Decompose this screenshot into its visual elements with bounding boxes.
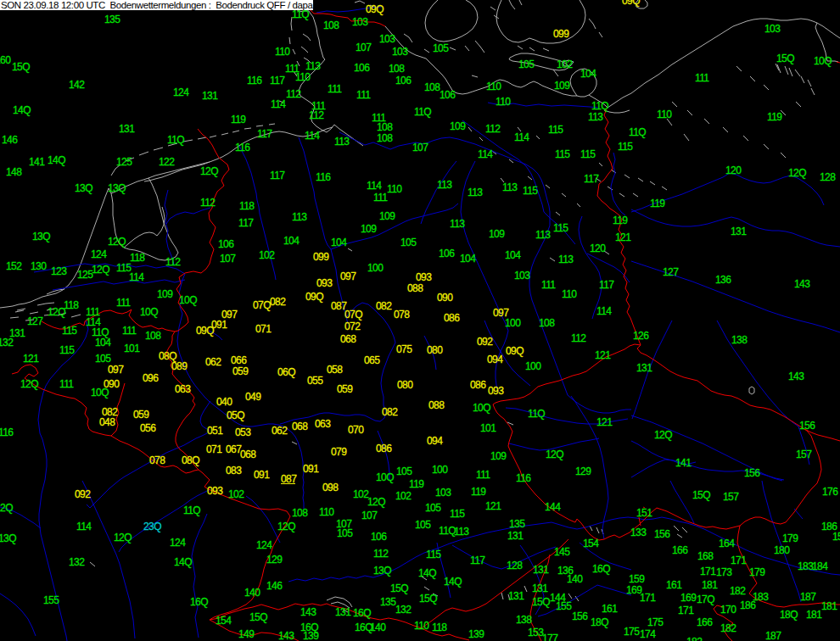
svg-text:175: 175 [624, 626, 640, 638]
svg-text:12Q: 12Q [788, 167, 806, 179]
svg-text:113: 113 [450, 218, 465, 230]
svg-text:101: 101 [124, 343, 140, 354]
svg-text:127: 127 [663, 266, 679, 278]
svg-text:112: 112 [200, 197, 216, 209]
svg-text:124: 124 [170, 537, 186, 549]
svg-text:118: 118 [130, 252, 145, 264]
svg-text:108: 108 [389, 63, 405, 75]
svg-text:156: 156 [572, 610, 588, 622]
svg-text:103: 103 [352, 16, 368, 28]
svg-text:156: 156 [654, 528, 670, 540]
svg-text:148: 148 [6, 166, 22, 178]
svg-text:11Q: 11Q [591, 100, 608, 112]
svg-text:106: 106 [440, 89, 456, 101]
svg-text:05Q: 05Q [227, 410, 244, 421]
svg-text:110: 110 [275, 46, 290, 58]
svg-text:108: 108 [377, 121, 393, 133]
svg-text:143: 143 [300, 606, 316, 618]
svg-text:105: 105 [95, 353, 111, 365]
svg-text:114: 114 [305, 130, 320, 142]
svg-text:124: 124 [256, 539, 272, 551]
svg-text:090: 090 [437, 292, 453, 304]
svg-text:103: 103 [514, 270, 530, 281]
svg-text:115: 115 [548, 124, 563, 136]
svg-text:102: 102 [259, 249, 275, 261]
svg-text:12Q: 12Q [108, 236, 126, 248]
svg-text:066: 066 [231, 354, 247, 366]
svg-text:131: 131 [532, 582, 548, 594]
svg-text:179: 179 [782, 532, 798, 544]
svg-text:115: 115 [62, 325, 77, 337]
svg-text:121: 121 [23, 353, 39, 365]
svg-text:17Q: 17Q [697, 594, 714, 605]
svg-text:11Q: 11Q [528, 408, 545, 420]
svg-text:104: 104 [283, 235, 300, 247]
svg-text:115: 115 [555, 148, 570, 160]
svg-text:059: 059 [337, 383, 353, 395]
svg-text:10Q: 10Q [473, 402, 490, 414]
svg-text:140: 140 [567, 573, 583, 585]
svg-text:086: 086 [376, 443, 392, 454]
svg-text:091: 091 [211, 319, 227, 331]
svg-text:143: 143 [788, 371, 804, 382]
svg-text:088: 088 [407, 282, 423, 294]
svg-text:112: 112 [571, 332, 586, 344]
svg-text:141: 141 [29, 156, 45, 168]
svg-text:080: 080 [397, 379, 413, 391]
svg-text:111: 111 [328, 83, 342, 95]
svg-text:071: 071 [206, 443, 222, 455]
svg-text:127: 127 [27, 315, 43, 327]
svg-text:115: 115 [59, 344, 75, 356]
svg-text:133: 133 [630, 527, 647, 538]
svg-text:108: 108 [424, 81, 440, 93]
svg-text:123: 123 [51, 265, 67, 277]
svg-text:122: 122 [159, 156, 175, 168]
svg-text:068: 068 [292, 421, 308, 432]
svg-text:115: 115 [553, 222, 568, 234]
svg-text:107: 107 [356, 42, 372, 53]
svg-text:099: 099 [313, 251, 329, 263]
svg-text:119: 119 [231, 114, 246, 125]
svg-text:121: 121 [596, 416, 613, 428]
svg-text:114: 114 [514, 131, 529, 143]
svg-text:23Q: 23Q [143, 521, 161, 532]
svg-text:089: 089 [171, 360, 188, 372]
svg-text:12Q: 12Q [200, 165, 218, 177]
svg-text:09Q: 09Q [506, 345, 524, 357]
svg-text:181: 181 [821, 600, 837, 612]
svg-text:114: 114 [478, 148, 493, 160]
svg-text:105: 105 [425, 502, 441, 514]
svg-text:116: 116 [247, 75, 262, 86]
svg-text:101: 101 [480, 422, 496, 434]
svg-text:072: 072 [344, 320, 361, 332]
svg-text:110: 110 [496, 96, 511, 108]
svg-text:075: 075 [396, 343, 412, 355]
svg-text:15Q: 15Q [832, 531, 840, 543]
svg-text:119: 119 [409, 478, 424, 490]
svg-text:124: 124 [173, 86, 189, 98]
svg-text:11Q: 11Q [167, 134, 184, 146]
svg-text:100: 100 [432, 464, 448, 476]
svg-text:102: 102 [557, 59, 573, 70]
svg-text:117: 117 [270, 75, 285, 86]
svg-text:082: 082 [270, 296, 286, 308]
svg-text:117: 117 [257, 128, 272, 140]
svg-text:173: 173 [716, 566, 732, 578]
svg-text:182: 182 [686, 636, 703, 641]
svg-text:10Q: 10Q [814, 55, 832, 67]
svg-text:130: 130 [31, 260, 47, 272]
svg-text:080: 080 [427, 344, 443, 356]
svg-text:117: 117 [470, 555, 485, 566]
svg-text:15Q: 15Q [692, 489, 710, 501]
svg-text:107: 107 [412, 142, 428, 153]
svg-text:131: 131 [507, 530, 524, 542]
svg-text:053: 053 [235, 426, 251, 438]
svg-text:13Q: 13Q [75, 182, 92, 194]
svg-text:088: 088 [428, 399, 445, 411]
svg-text:104: 104 [331, 237, 347, 248]
svg-text:121: 121 [485, 500, 501, 512]
svg-text:058: 058 [327, 364, 343, 376]
svg-text:116: 116 [235, 142, 250, 153]
svg-text:114: 114 [367, 180, 382, 192]
svg-text:166: 166 [672, 544, 688, 556]
